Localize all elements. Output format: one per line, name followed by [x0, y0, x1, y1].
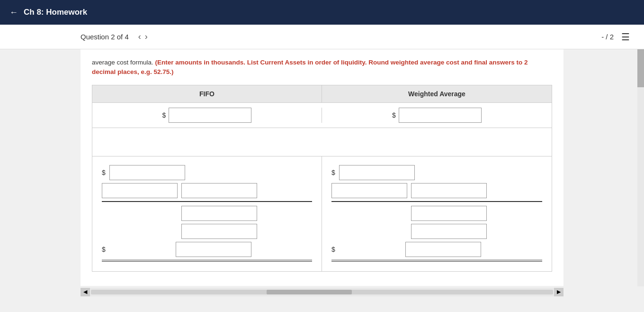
back-button[interactable]: ←: [9, 8, 18, 18]
wa-field-row-3: [331, 206, 542, 221]
wa-input-2a[interactable]: [331, 183, 407, 198]
wa-top-cell: $: [322, 108, 552, 123]
wa-field-row-2: [331, 183, 542, 198]
wa-input-2b[interactable]: [411, 183, 487, 198]
wa-dollar-sign-1: $: [392, 111, 396, 119]
fifo-input-4[interactable]: [181, 224, 257, 239]
wa-underline-1: [331, 201, 542, 202]
fifo-field-row-1: $: [102, 165, 312, 180]
table-header-row: FIFO Weighted Average: [92, 85, 552, 103]
fifo-input-top[interactable]: [169, 108, 251, 123]
middle-section: $: [92, 156, 552, 272]
wa-col: $: [322, 156, 552, 271]
instruction-red: (Enter amounts in thousands. List Curren…: [92, 59, 528, 75]
wa-dollar-sign-2: $: [331, 169, 335, 176]
wa-input-3[interactable]: [411, 206, 487, 221]
score-label: - / 2: [601, 33, 614, 41]
wa-field-row-5: $: [331, 242, 542, 257]
fifo-field-row-5: $: [102, 242, 312, 257]
instruction-normal: average cost formula.: [92, 59, 153, 66]
prev-question-button[interactable]: ‹: [136, 32, 143, 42]
horizontal-scrollbar[interactable]: ◀ ▶: [80, 288, 564, 296]
right-scroll-thumb[interactable]: [637, 49, 644, 87]
top-nav: ← Ch 8: Homework: [0, 0, 644, 25]
fifo-field-row-3: [102, 206, 312, 221]
fifo-input-2b[interactable]: [181, 183, 257, 198]
scroll-thumb[interactable]: [267, 290, 352, 294]
fifo-dollar-sign-1: $: [162, 111, 166, 119]
fifo-dollar-sign-3: $: [102, 246, 106, 253]
fifo-field-row-4: [102, 224, 312, 239]
fifo-top-cell: $: [92, 108, 322, 123]
fifo-input-1[interactable]: [109, 165, 185, 180]
wa-field-row-1: $: [331, 165, 542, 180]
fifo-input-3[interactable]: [181, 206, 257, 221]
right-controls: - / 2 ☰: [601, 31, 630, 43]
wa-double-underline: [331, 260, 542, 262]
table-wrapper: FIFO Weighted Average $ $: [92, 85, 552, 272]
fifo-dollar-sign-2: $: [102, 169, 106, 176]
wa-input-1[interactable]: [339, 165, 415, 180]
fifo-field-row-2: [102, 183, 312, 198]
right-scrollbar[interactable]: [637, 49, 644, 286]
top-row: $ $: [92, 103, 552, 128]
scroll-track: [91, 290, 553, 294]
spacer-row: [92, 128, 552, 156]
question-label: Question 2 of 4: [80, 33, 129, 41]
wa-dollar-sign-3: $: [331, 246, 335, 253]
scroll-left-arrow[interactable]: ◀: [80, 288, 90, 296]
fifo-col: $: [92, 156, 322, 271]
wa-input-top[interactable]: [399, 108, 482, 123]
fifo-header: FIFO: [92, 85, 322, 102]
wa-input-4[interactable]: [411, 224, 487, 239]
wa-field-row-4: [331, 224, 542, 239]
scroll-right-arrow[interactable]: ▶: [554, 288, 564, 296]
fifo-double-underline: [102, 260, 312, 262]
instruction-text: average cost formula. (Enter amounts in …: [92, 58, 552, 77]
main-content: average cost formula. (Enter amounts in …: [0, 49, 644, 312]
question-bar: Question 2 of 4 ‹ › - / 2 ☰: [0, 25, 644, 49]
nav-title: Ch 8: Homework: [24, 8, 87, 17]
next-question-button[interactable]: ›: [143, 32, 150, 42]
fifo-input-2a[interactable]: [102, 183, 178, 198]
inner-content: average cost formula. (Enter amounts in …: [80, 49, 564, 286]
weighted-avg-header: Weighted Average: [322, 85, 552, 102]
fifo-underline-1: [102, 201, 312, 202]
fifo-input-5[interactable]: [176, 242, 251, 257]
wa-input-5[interactable]: [405, 242, 481, 257]
list-icon[interactable]: ☰: [621, 31, 630, 43]
